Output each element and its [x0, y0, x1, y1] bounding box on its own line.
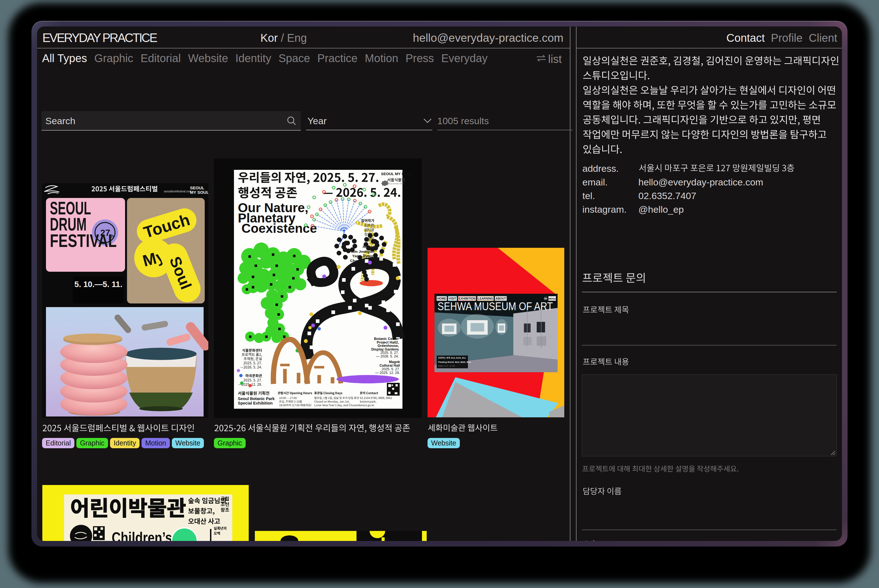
svg-text:Seoul Botanic Park: Seoul Botanic Park: [238, 396, 275, 401]
svg-text:2025. 5. 27.: 2025. 5. 27.: [382, 367, 400, 371]
svg-text:FESTIVAL: FESTIVAL: [50, 231, 117, 251]
svg-text:SEHWA MUSEUM OF ART: SEHWA MUSEUM OF ART: [437, 300, 553, 312]
svg-text:— 2026. 5. 24.: — 2026. 5. 24.: [376, 354, 399, 358]
svg-text:SEOUL MY SOUL: SEOUL MY SOUL: [381, 172, 412, 176]
svg-text:MY SOUL: MY SOUL: [190, 190, 208, 195]
svg-text:EN: EN: [544, 298, 547, 300]
svg-text:2025. 4. 17. - 6. 29.: 2025. 4. 17. - 6. 29.: [438, 365, 455, 367]
svg-text:HOME: HOME: [437, 297, 446, 300]
svg-text:Magok: Magok: [389, 360, 400, 364]
svg-text:EXHIBITION: EXHIBITION: [459, 297, 475, 300]
svg-text:— 2025. 12. 28.: — 2025. 12. 28.: [375, 371, 400, 375]
svg-text:SEOUL BOTANIC PARK: SEOUL BOTANIC PARK: [387, 183, 404, 184]
svg-text:VISIT: VISIT: [449, 297, 456, 300]
svg-text:ABOUT: ABOUT: [496, 297, 506, 300]
svg-text:Special Exhibition: Special Exhibition: [238, 401, 273, 405]
svg-text:5. 10.—5. 11.: 5. 10.—5. 11.: [74, 280, 123, 289]
svg-text:MENU: MENU: [548, 297, 556, 300]
svg-text:Coexistence: Coexistence: [242, 221, 317, 236]
svg-text:Cultural Hall: Cultural Hall: [379, 364, 400, 368]
svg-text:LEARNING: LEARNING: [478, 297, 493, 300]
svg-text:seouldrumfestival.com: seouldrumfestival.com: [164, 190, 191, 193]
svg-text:Floating World: Bed, Bath, Bus: Floating World: Bed, Bath, Bus: [438, 361, 471, 363]
svg-text:Children’s: Children’s: [112, 529, 172, 541]
svg-text:SEOUL: SEOUL: [190, 185, 204, 190]
